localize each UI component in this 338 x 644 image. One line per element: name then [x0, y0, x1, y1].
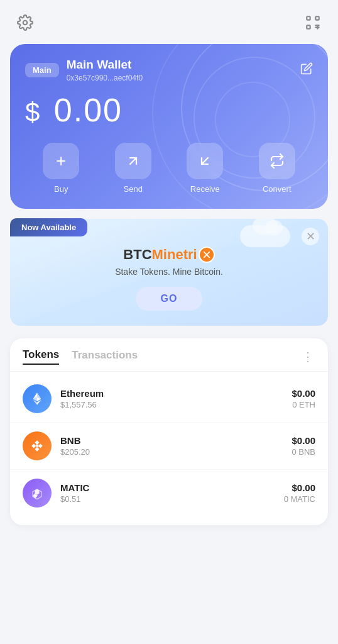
promo-go-button[interactable]: GO: [136, 287, 203, 311]
settings-icon[interactable]: [14, 11, 36, 34]
eth-info: Ethereum $1,557.56: [60, 388, 283, 409]
bnb-price: $205.20: [60, 447, 283, 457]
balance-amount: 0.00: [54, 92, 123, 128]
eth-value: $0.00 0 ETH: [292, 388, 315, 409]
promo-label: Now Available: [10, 218, 87, 236]
receive-action[interactable]: Receive: [187, 143, 223, 194]
promo-title-btc: BTC: [123, 247, 151, 263]
promo-cloud-decoration: [240, 225, 290, 247]
matic-usd: $0.00: [284, 482, 315, 493]
tab-tokens[interactable]: Tokens: [23, 348, 59, 365]
matic-icon: ◈: [23, 479, 52, 508]
matic-name: MATIC: [60, 482, 275, 493]
eth-amount: 0 ETH: [292, 400, 315, 409]
promo-title: BTC Minetri: [23, 247, 315, 263]
wallet-card: Main Main Wallet 0x3e57c990...aecf04f0 $…: [10, 44, 328, 209]
eth-name: Ethereum: [60, 388, 283, 399]
wallet-name: Main Wallet: [67, 58, 293, 72]
svg-rect-21: [36, 445, 38, 447]
tokens-tabs: Tokens Transactions ⋮: [10, 338, 328, 372]
buy-label: Buy: [54, 184, 68, 194]
bnb-name: BNB: [60, 435, 283, 446]
matic-value: $0.00 0 MATIC: [284, 482, 315, 504]
tab-transactions[interactable]: Transactions: [72, 349, 138, 364]
svg-point-0: [23, 21, 28, 25]
token-list: Ethereum $1,557.56 $0.00 0 ETH BNB: [10, 372, 328, 520]
promo-title-icon: [199, 247, 215, 263]
send-action[interactable]: Send: [115, 143, 151, 194]
wallet-header: Main Main Wallet 0x3e57c990...aecf04f0: [25, 58, 313, 82]
currency-symbol: $: [25, 97, 41, 127]
bnb-icon: [23, 431, 52, 460]
svg-line-8: [202, 158, 208, 164]
eth-icon: [23, 384, 52, 413]
wallet-badge: Main: [25, 63, 59, 77]
send-label: Send: [124, 184, 143, 194]
svg-rect-2: [315, 16, 319, 19]
svg-marker-18: [31, 443, 36, 448]
wallet-actions: + Buy Send Receive: [25, 143, 313, 194]
convert-button[interactable]: [259, 143, 295, 179]
receive-label: Receive: [190, 184, 220, 194]
promo-subtitle: Stake Tokens. Mine Bitcoin.: [23, 267, 315, 277]
eth-price: $1,557.56: [60, 400, 283, 409]
buy-button[interactable]: +: [43, 143, 79, 179]
svg-marker-17: [35, 440, 40, 445]
wallet-edit-button[interactable]: [300, 62, 313, 78]
wallet-address: 0x3e57c990...aecf04f0: [67, 74, 293, 82]
tokens-section: Tokens Transactions ⋮ Ethereum $1,557.56: [10, 338, 328, 525]
svg-marker-19: [38, 443, 43, 448]
bnb-info: BNB $205.20: [60, 435, 283, 457]
token-item-matic[interactable]: ◈ MATIC $0.51 $0.00 0 MATIC: [10, 470, 328, 516]
buy-action[interactable]: + Buy: [43, 143, 79, 194]
receive-button[interactable]: [187, 143, 223, 179]
promo-title-minetri: Minetri: [152, 247, 197, 263]
matic-info: MATIC $0.51: [60, 482, 275, 504]
svg-marker-20: [35, 447, 40, 452]
wallet-balance: $ 0.00: [25, 91, 313, 129]
scan-icon[interactable]: [302, 11, 324, 34]
promo-wrapper: Now Available ✕ BTC Minetri Stake Tokens…: [10, 219, 328, 326]
bnb-usd: $0.00: [292, 435, 315, 446]
svg-rect-1: [307, 16, 310, 19]
top-bar: [0, 0, 338, 40]
token-item-eth[interactable]: Ethereum $1,557.56 $0.00 0 ETH: [10, 375, 328, 423]
matic-price: $0.51: [60, 494, 275, 504]
bnb-value: $0.00 0 BNB: [292, 435, 315, 457]
wallet-name-block: Main Wallet 0x3e57c990...aecf04f0: [67, 58, 293, 82]
bnb-amount: 0 BNB: [292, 447, 315, 457]
svg-rect-3: [307, 25, 310, 28]
token-item-bnb[interactable]: BNB $205.20 $0.00 0 BNB: [10, 423, 328, 470]
promo-close-button[interactable]: ✕: [302, 228, 319, 245]
convert-label: Convert: [263, 184, 292, 194]
convert-action[interactable]: Convert: [259, 143, 295, 194]
svg-line-7: [130, 158, 136, 164]
matic-amount: 0 MATIC: [284, 494, 315, 504]
svg-text:◈: ◈: [32, 492, 38, 499]
tabs-more-icon[interactable]: ⋮: [302, 350, 315, 363]
eth-usd: $0.00: [292, 388, 315, 399]
send-button[interactable]: [115, 143, 151, 179]
